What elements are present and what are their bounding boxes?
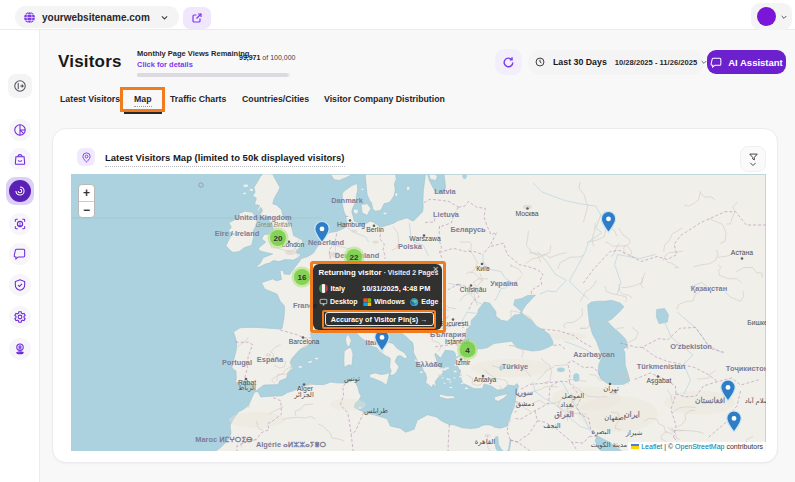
svg-text:الرباط: الرباط: [238, 384, 256, 392]
svg-text:Chișinău: Chișinău: [460, 286, 487, 294]
svg-text:Algérie ⴰⵍⵣⵣⴰⵢⴻⵔ: Algérie ⴰⵍⵣⵣⴰⵢⴻⵔ: [256, 440, 327, 449]
svg-text:Latvia: Latvia: [434, 187, 456, 196]
svg-text:Türkmenistan: Türkmenistan: [637, 362, 686, 371]
svg-text:دمشق: دمشق: [516, 400, 534, 408]
svg-text:Polska: Polska: [398, 242, 423, 251]
svg-text:Nederland: Nederland: [308, 238, 345, 247]
svg-text:الجزائر: الجزائر: [293, 391, 314, 399]
svg-text:Киïв: Киïв: [476, 265, 490, 272]
svg-text:Астана: Астана: [731, 249, 754, 256]
svg-text:Antalya: Antalya: [474, 376, 497, 384]
svg-text:تونس: تونس: [344, 375, 360, 383]
svg-text:تهران: تهران: [603, 385, 619, 393]
svg-text:España: España: [257, 355, 284, 364]
svg-text:شیراز: شیراز: [625, 429, 643, 437]
svg-text:بغداد: بغداد: [560, 401, 574, 408]
svg-text:Hamburg: Hamburg: [337, 221, 365, 229]
svg-text:النجف: النجف: [543, 422, 561, 429]
svg-text:اصفهان: اصفهان: [604, 414, 625, 422]
svg-text:الموصل: الموصل: [562, 392, 584, 400]
svg-text:القاهرة: القاهرة: [475, 438, 495, 446]
svg-text:مدينة الكويت: مدينة الكويت: [591, 441, 628, 449]
svg-text:Қазақстан: Қазақстан: [691, 284, 727, 293]
svg-text:16: 16: [298, 273, 307, 282]
svg-text:Ελλάδα: Ελλάδα: [416, 360, 443, 369]
svg-text:O'zbekiston: O'zbekiston: [670, 342, 712, 351]
svg-text:4: 4: [465, 346, 470, 355]
svg-text:Izmir: Izmir: [456, 359, 471, 366]
svg-text:ایران: ایران: [624, 410, 640, 419]
svg-text:اسلام آباد: اسلام آباد: [745, 396, 766, 405]
svg-text:Danmark: Danmark: [331, 196, 364, 205]
svg-text:طرابلس: طرابلس: [364, 407, 388, 415]
svg-text:Бишкек: Бишкек: [747, 319, 766, 326]
svg-text:Maroc ⵍⵎⵖⵔⵉⴱ: Maroc ⵍⵎⵖⵔⵉⴱ: [195, 435, 253, 444]
svg-text:العراق: العراق: [554, 410, 574, 419]
svg-text:Portugal: Portugal: [222, 358, 252, 367]
svg-text:Тоҷикистон: Тоҷикистон: [726, 364, 766, 373]
svg-text:Great Britain: Great Britain: [255, 221, 292, 228]
svg-text:Украïна: Украïна: [490, 279, 518, 288]
svg-text:سوريا: سوريا: [515, 388, 533, 397]
svg-text:Lietuva: Lietuva: [433, 210, 460, 219]
svg-text:Türkiye: Türkiye: [502, 362, 528, 371]
svg-text:البصرة: البصرة: [591, 428, 610, 436]
svg-text:Беларусь: Беларусь: [450, 225, 486, 234]
svg-text:Aşgabat: Aşgabat: [647, 377, 672, 385]
svg-text:Москва: Москва: [515, 210, 538, 217]
svg-text:Azərbaycan: Azərbaycan: [573, 350, 615, 359]
svg-text:Eire / Ireland: Eire / Ireland: [215, 229, 260, 238]
svg-text:20: 20: [274, 234, 283, 243]
svg-text:افغانستان: افغانستان: [695, 396, 725, 405]
svg-text:Barcelona: Barcelona: [289, 338, 320, 345]
svg-text:Berlin: Berlin: [366, 226, 384, 233]
